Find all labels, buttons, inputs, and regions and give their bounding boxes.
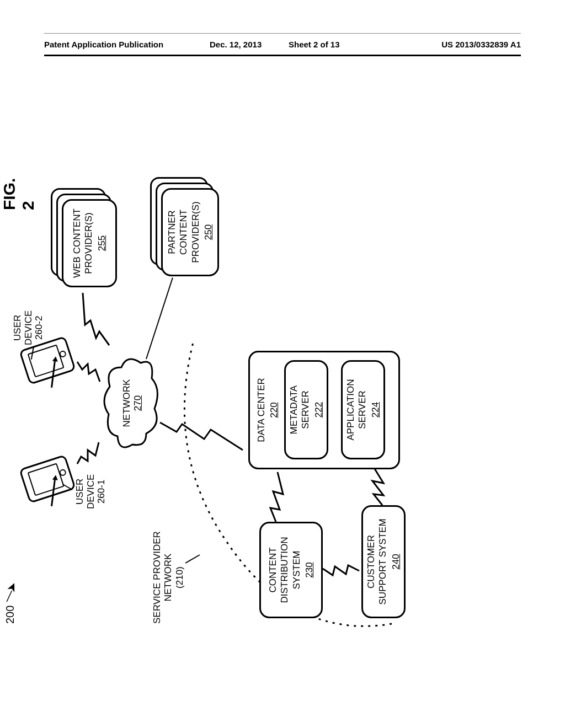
sheet-number: Sheet 2 of 13 [289,40,340,49]
partner-content-stack: PARTNER CONTENT PROVIDER(S) 250 [150,177,219,276]
service-provider-label: SERVICE PROVIDER NETWORK (210) [152,531,185,624]
wireless-link-icon [367,467,397,505]
application-server-box: APPLICATION SERVER 224 [341,360,385,459]
publication-date: Dec. 12, 2013 [210,40,262,49]
metadata-server-box: METADATA SERVER 222 [284,360,328,459]
content-distribution-box: CONTENT DISTRIBUTION SYSTEM 230 [259,522,323,618]
user-device-1-label: USER DEVICE 260-1 [74,474,107,509]
web-content-stack: WEB CONTENT PROVIDER(S) 255 [51,188,117,287]
user-device-2-label: USER DEVICE 260-2 [12,311,45,345]
partner-content-box: PARTNER CONTENT PROVIDER(S) 250 [161,188,219,276]
arrow-icon: —➤ [0,581,20,604]
header-rule [44,55,521,56]
user-device-1-icon [19,454,76,504]
wireless-link-icon [74,356,110,389]
publication-number: US 2013/0332839 A1 [441,40,521,49]
network-cloud: NETWORK 270 [102,356,163,450]
figure-drawing: FIG. 2 200—➤ USER DEVICE 260-1 USER DEVI… [0,166,563,607]
figure-ref: 200—➤ [3,584,17,624]
wireless-link-icon [74,433,110,467]
wireless-link-icon [323,552,364,580]
network-label: NETWORK 270 [121,356,144,450]
web-content-box: WEB CONTENT PROVIDER(S) 255 [62,199,117,287]
wireless-link-icon [160,409,256,458]
stylus-icon [51,479,56,506]
patent-header: Patent Application Publication Dec. 12, … [44,40,521,49]
customer-support-box: CUSTOMER SUPPORT SYSTEM 240 [361,505,406,618]
publication-type: Patent Application Publication [44,40,163,49]
wireless-link-icon [268,469,297,522]
stylus-icon [51,360,56,388]
patent-page: Patent Application Publication Dec. 12, … [44,33,521,695]
wireless-link-icon [83,287,118,348]
figure-label: FIG. 2 [0,166,38,210]
